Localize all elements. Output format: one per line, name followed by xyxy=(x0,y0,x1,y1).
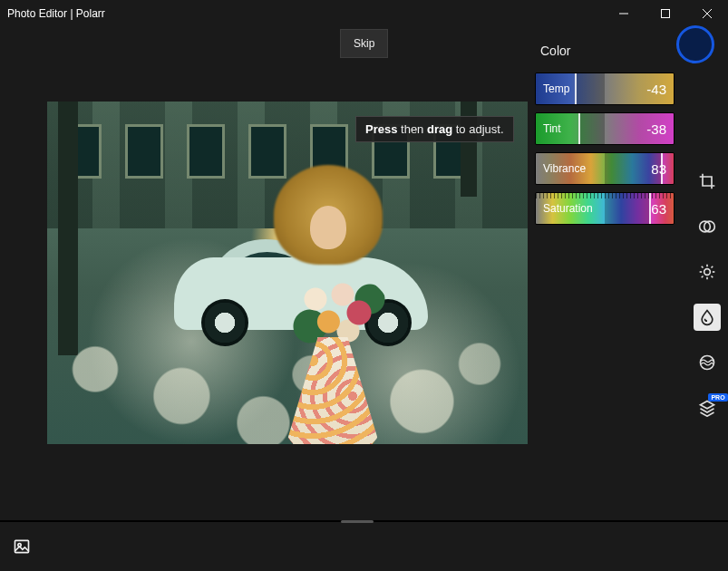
slider-saturation[interactable]: Saturation 63 xyxy=(535,192,675,225)
tool-color[interactable] xyxy=(694,213,721,240)
slider-saturation-range xyxy=(605,193,649,224)
tool-light[interactable] xyxy=(694,258,721,286)
slider-temp-thumb[interactable] xyxy=(575,73,577,104)
open-image-button[interactable] xyxy=(13,537,31,559)
tutorial-highlight-ring xyxy=(676,25,714,63)
svg-line-12 xyxy=(712,276,713,278)
slider-tint-range xyxy=(578,113,605,144)
slider-saturation-thumb[interactable] xyxy=(649,193,651,224)
window-close-button[interactable] xyxy=(686,0,728,27)
svg-line-14 xyxy=(712,266,713,268)
svg-rect-16 xyxy=(15,540,29,552)
panel-title-color: Color xyxy=(540,44,570,58)
tooltip-word-press: Press xyxy=(365,122,397,136)
svg-rect-1 xyxy=(662,10,670,18)
slider-saturation-value: 63 xyxy=(651,201,666,217)
tutorial-tooltip: Press then drag to adjust. xyxy=(355,116,514,142)
window-minimize-button[interactable] xyxy=(603,0,645,27)
window-controls xyxy=(603,0,728,27)
canvas-tree xyxy=(58,102,78,355)
bottom-drag-handle[interactable] xyxy=(341,520,374,523)
svg-point-6 xyxy=(704,269,711,276)
window-title: Photo Editor | Polarr xyxy=(7,7,105,20)
slider-tint-label: Tint xyxy=(543,122,561,135)
bottom-bar xyxy=(0,526,728,571)
tool-crop[interactable] xyxy=(694,168,721,195)
slider-temp-label: Temp xyxy=(543,82,569,95)
right-tool-column: PRO xyxy=(694,168,721,421)
slider-vibrance-label: Vibrance xyxy=(543,162,586,175)
pro-badge: PRO xyxy=(708,393,727,402)
canvas-image[interactable] xyxy=(47,102,528,444)
color-sliders-panel: Temp -43 Tint -38 Vibrance 83 Saturation… xyxy=(535,73,675,232)
drop-icon xyxy=(698,308,716,326)
tooltip-word-drag: drag xyxy=(427,122,452,136)
sun-icon xyxy=(698,263,716,281)
slider-temp-value: -43 xyxy=(646,82,666,97)
svg-line-13 xyxy=(702,276,704,278)
slider-tint-thumb[interactable] xyxy=(578,113,580,144)
waves-icon xyxy=(698,353,716,372)
image-icon xyxy=(13,537,31,556)
slider-saturation-label: Saturation xyxy=(543,202,593,215)
tool-layers[interactable]: PRO xyxy=(694,394,721,421)
tool-effects[interactable] xyxy=(694,349,721,376)
slider-vibrance-value: 83 xyxy=(651,161,666,177)
skip-button[interactable]: Skip xyxy=(340,29,388,58)
slider-temp-range xyxy=(575,73,605,104)
tool-detail[interactable] xyxy=(694,304,721,331)
overlap-circles-icon xyxy=(698,218,716,236)
canvas-person xyxy=(265,165,383,437)
slider-temp[interactable]: Temp -43 xyxy=(535,73,675,105)
slider-tint[interactable]: Tint -38 xyxy=(535,112,675,145)
slider-tint-value: -38 xyxy=(646,121,666,137)
layers-icon xyxy=(698,399,716,417)
slider-vibrance[interactable]: Vibrance 83 xyxy=(535,152,675,185)
svg-line-11 xyxy=(702,266,704,268)
window-maximize-button[interactable] xyxy=(645,0,686,27)
crop-icon xyxy=(698,172,716,190)
